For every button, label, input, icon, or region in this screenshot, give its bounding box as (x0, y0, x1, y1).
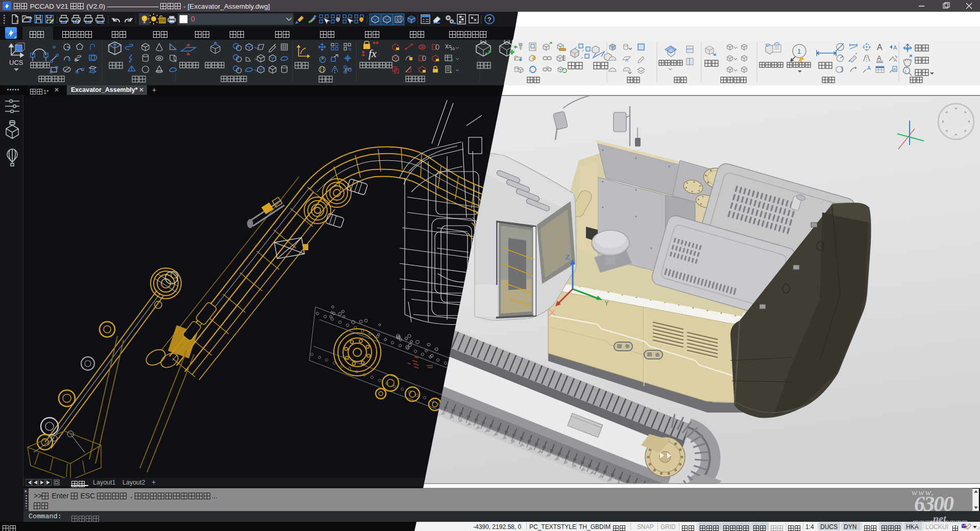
svg-text:Z: Z (566, 253, 570, 261)
svg-text:i: i (905, 68, 906, 74)
svg-text:A: A (877, 43, 883, 52)
svg-text:UCS: UCS (9, 59, 23, 66)
svg-text:A: A (877, 54, 881, 62)
svg-text:1: 1 (797, 47, 801, 55)
svg-text:0: 0 (191, 15, 195, 23)
svg-text:?: ? (487, 16, 491, 23)
svg-text:A: A (893, 44, 897, 51)
svg-text:A: A (867, 65, 871, 71)
svg-text:A: A (894, 58, 897, 63)
svg-text:A: A (893, 67, 896, 71)
svg-text:Y: Y (604, 299, 609, 307)
svg-text:A: A (625, 58, 628, 63)
svg-text:10: 10 (450, 46, 455, 51)
svg-text:fx: fx (369, 47, 377, 60)
